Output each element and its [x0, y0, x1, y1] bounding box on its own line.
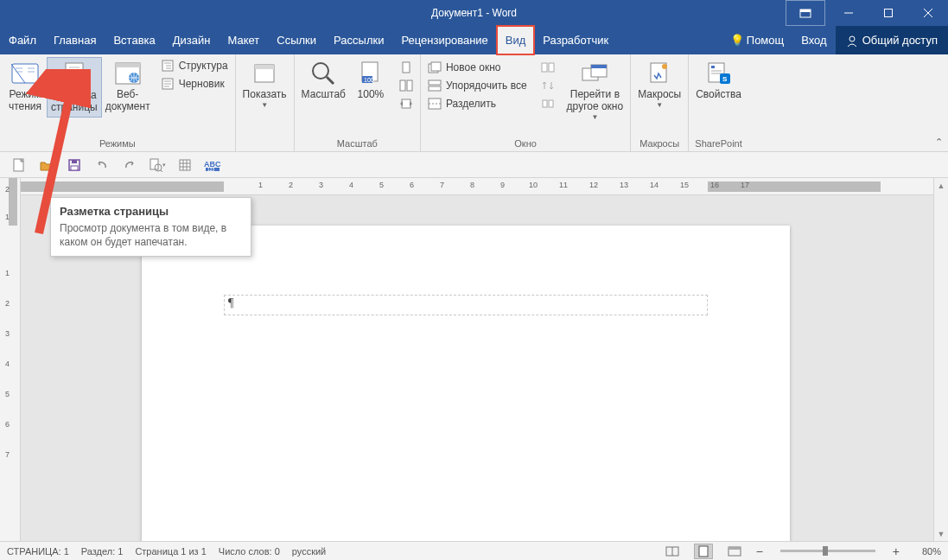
tab-design[interactable]: Дизайн [164, 26, 220, 54]
sync-scroll-button[interactable] [538, 77, 558, 94]
show-button[interactable]: Показать ▼ [239, 57, 290, 111]
svg-line-67 [161, 170, 162, 172]
read-mode-view-icon[interactable] [663, 544, 682, 559]
tab-view[interactable]: Вид [497, 26, 535, 54]
web-layout-button[interactable]: Веб- документ [102, 57, 154, 116]
undo-icon[interactable] [93, 156, 111, 174]
vertical-scrollbar[interactable]: ▲ ▼ [933, 178, 948, 541]
svg-rect-79 [699, 546, 708, 557]
zoom-in-button[interactable]: + [893, 544, 900, 558]
multi-page-icon [399, 79, 413, 92]
multi-page-button[interactable] [396, 77, 417, 94]
table-icon[interactable] [176, 156, 194, 174]
svg-rect-37 [400, 80, 405, 91]
vertical-ruler[interactable]: 2 1 1 2 3 4 5 6 7 [0, 178, 21, 541]
print-layout-view-icon[interactable] [694, 544, 713, 559]
tooltip-body: Просмотр документа в том виде, в каком о… [60, 221, 242, 249]
svg-rect-68 [180, 160, 190, 170]
tab-mailings[interactable]: Рассылки [325, 26, 392, 54]
svg-rect-7 [12, 64, 38, 83]
print-preview-icon[interactable]: ▾ [149, 156, 166, 174]
macros-button[interactable]: Макросы▼ [634, 57, 684, 111]
status-section[interactable]: Раздел: 1 [81, 546, 124, 557]
close-button[interactable] [908, 0, 948, 26]
tab-file[interactable]: Файл [0, 26, 45, 54]
tab-home[interactable]: Главная [45, 26, 105, 54]
status-lang[interactable]: русский [292, 546, 326, 557]
draft-button[interactable]: Черновик [157, 75, 232, 92]
sign-in[interactable]: Вход [792, 26, 835, 54]
one-page-button[interactable] [396, 59, 417, 76]
svg-rect-64 [71, 166, 78, 170]
zoom-button[interactable]: Масштаб [298, 57, 349, 104]
window-title: Документ1 - Word [431, 7, 517, 19]
status-page-of[interactable]: Страница 1 из 1 [135, 546, 206, 557]
status-page[interactable]: СТРАНИЦА: 1 [7, 546, 69, 557]
zoom-icon [309, 60, 337, 87]
zoom-100-icon: 100 [357, 60, 385, 87]
sync-scroll-icon [541, 79, 555, 92]
document-page[interactable]: ¶ [142, 226, 790, 541]
new-doc-icon[interactable] [10, 156, 28, 174]
reset-position-icon [541, 97, 555, 111]
svg-text:100: 100 [364, 77, 374, 83]
ribbon-display-options[interactable] [786, 0, 825, 26]
svg-rect-43 [429, 86, 441, 91]
tell-me[interactable]: 💡Помощ [722, 26, 792, 54]
redo-icon[interactable] [121, 156, 138, 174]
new-window-button[interactable]: Новое окно [424, 59, 531, 76]
svg-rect-38 [407, 80, 412, 91]
open-icon[interactable] [38, 156, 55, 174]
macros-icon [646, 60, 673, 87]
tooltip: Разметка страницы Просмотр документа в т… [50, 197, 251, 257]
outline-button[interactable]: Структура [157, 57, 232, 74]
svg-point-54 [662, 64, 667, 69]
svg-rect-47 [549, 63, 554, 72]
print-layout-button[interactable]: Разметка страницы [47, 57, 102, 118]
zoom-out-button[interactable]: − [756, 544, 763, 558]
properties-button[interactable]: S Свойства [692, 57, 745, 104]
minimize-button[interactable] [829, 0, 868, 26]
split-button[interactable]: Разделить [424, 95, 531, 112]
web-layout-view-icon[interactable] [725, 544, 744, 559]
switch-windows-button[interactable]: Перейти в другое окно▼ [563, 57, 627, 124]
group-show: Показать ▼ [236, 54, 295, 151]
group-macros: Макросы▼ Макросы [631, 54, 689, 151]
group-label-window: Окно [424, 137, 627, 151]
save-icon[interactable] [66, 156, 83, 174]
zoom-level[interactable]: 80% [912, 546, 941, 557]
group-label-views: Режимы [3, 137, 232, 151]
svg-point-6 [849, 36, 855, 41]
read-mode-button[interactable]: Режим чтения [3, 57, 47, 116]
zoom-slider[interactable] [780, 550, 875, 552]
share-button[interactable]: Общий доступ [836, 26, 948, 54]
collapse-ribbon[interactable]: ⌃ [935, 137, 943, 148]
tab-insert[interactable]: Вставка [105, 26, 163, 54]
spelling-icon[interactable]: ABC123 [204, 156, 221, 174]
horizontal-ruler[interactable]: 1 2 3 4 5 6 7 8 9 10 11 12 13 14 15 16 1… [21, 178, 948, 195]
tab-review[interactable]: Рецензирование [392, 26, 496, 54]
svg-rect-42 [429, 80, 441, 85]
svg-point-31 [313, 63, 328, 79]
arrange-all-button[interactable]: Упорядочить все [424, 77, 531, 94]
status-words[interactable]: Число слов: 0 [219, 546, 280, 557]
switch-windows-icon [581, 60, 608, 87]
quick-access-toolbar: ▾ ABC123 [0, 152, 948, 178]
zoom-100-button[interactable]: 100 100% [349, 57, 392, 104]
web-layout-icon [114, 60, 142, 87]
new-window-icon [428, 60, 442, 74]
maximize-button[interactable] [868, 0, 908, 26]
titlebar: Документ1 - Word [0, 0, 948, 26]
reset-position-button[interactable] [538, 95, 558, 112]
svg-rect-81 [728, 547, 741, 550]
group-views: Режим чтения Разметка страницы Веб- доку… [0, 54, 236, 151]
svg-rect-19 [116, 63, 140, 67]
tab-layout[interactable]: Макет [219, 26, 268, 54]
tab-developer[interactable]: Разработчик [534, 26, 617, 54]
tab-references[interactable]: Ссылки [268, 26, 325, 54]
side-by-side-button[interactable] [538, 59, 558, 76]
group-label-macros: Макросы [634, 137, 684, 151]
page-width-button[interactable] [396, 95, 417, 112]
svg-rect-1 [800, 10, 811, 12]
page-width-icon [399, 97, 413, 111]
